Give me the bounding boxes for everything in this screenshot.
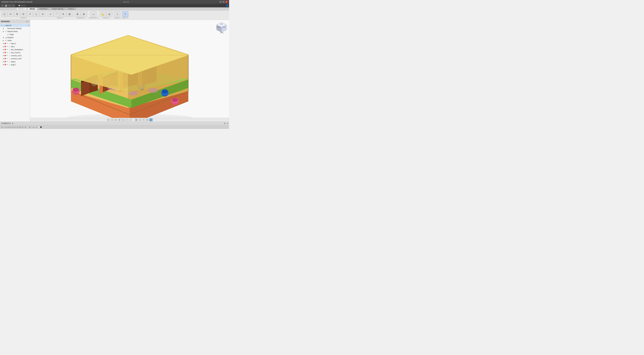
top1-color-dot <box>4 46 6 47</box>
plug1-eye-icon[interactable]: 👁 <box>6 61 8 63</box>
construct-button[interactable]: — <box>90 12 96 17</box>
settings-icon: ⚙ <box>28 25 29 26</box>
comments-expand-icon[interactable]: ⊕ <box>12 123 14 124</box>
browser-item-document-settings[interactable]: ▶ 📄 Document Settings <box>0 27 30 30</box>
grid-button[interactable]: ⊞ <box>146 119 149 121</box>
comments-settings-icon[interactable]: ⚙ <box>224 123 226 124</box>
browser-item-named-views[interactable]: ▶ 🗒 Named Views <box>0 30 30 33</box>
top1-eye-icon[interactable]: 👁 <box>6 46 8 48</box>
perspective-button[interactable]: ◫ <box>150 119 152 121</box>
browser-item-connect-rod2[interactable]: ▶ 👁 ⬡ connect_rod:2 <box>0 57 30 60</box>
browser-content: ▼ ⬡ case v8 ⚙ ▶ 📄 Document Settings ▶ 🗒 … <box>0 24 30 122</box>
browser-item-base1[interactable]: ▶ 👁 ⬡ base:1 <box>0 42 30 45</box>
tab-surface[interactable]: SURFACE <box>38 8 50 10</box>
interference-icon: ◎ <box>108 13 110 15</box>
tab-tools[interactable]: TOOLS <box>66 8 76 10</box>
browser-item-analysis[interactable]: ▶ 📊 Analysis <box>0 36 30 39</box>
minimize-button[interactable]: — <box>219 1 222 3</box>
tab-solid[interactable]: SOLID <box>28 8 37 10</box>
key-backplate1-expand[interactable]: ▶ <box>3 49 4 50</box>
comments-label: COMMENTS <box>1 123 11 124</box>
key-mount1-eye-icon[interactable]: 👁 <box>6 52 8 54</box>
revolve-button[interactable]: ⟳ <box>20 12 26 17</box>
select-button[interactable]: ↖ <box>122 12 128 17</box>
visual-style-button[interactable]: ◻ <box>138 119 142 121</box>
pan-button[interactable]: ✋ <box>110 119 114 121</box>
redo-button[interactable]: ↪ <box>12 4 15 7</box>
base1-eye-icon[interactable]: 👁 <box>6 43 8 45</box>
browser-item-plug1[interactable]: ▶ 👁 ⬡ plug:1 <box>0 60 30 63</box>
environment-button[interactable]: ☀ <box>142 119 145 121</box>
zoom-level-button[interactable]: 🔍 <box>122 119 124 121</box>
joints-expand[interactable]: ▶ <box>3 40 4 41</box>
insert-button[interactable]: ⤵ <box>114 12 120 17</box>
connect-rod1-eye-icon[interactable]: 👁 <box>6 55 8 57</box>
toolbar: ⬡ ✏ ⬆ ⟳ ↗ ◇ ▾ <box>0 11 229 20</box>
zoom-fit-button[interactable]: ⊡ <box>114 119 117 121</box>
construct-icon: — <box>92 13 94 15</box>
connect-rod2-expand[interactable]: ▶ <box>3 58 4 60</box>
orbit-button[interactable]: ⊙ <box>107 119 110 121</box>
root-icon: ⬡ <box>3 24 5 27</box>
base1-expand[interactable]: ▶ <box>3 43 4 44</box>
new-component-button[interactable]: ⬡ <box>1 12 8 17</box>
svg-line-58 <box>220 32 222 33</box>
connect-rod2-eye-icon[interactable]: 👁 <box>6 58 8 60</box>
key-backplate1-eye-icon[interactable]: 👁 <box>6 49 8 51</box>
browser-root-item[interactable]: ▼ ⬡ case v8 ⚙ <box>0 24 30 27</box>
plug2-eye-icon[interactable]: 👁 <box>6 64 8 66</box>
analysis-expand[interactable]: ▶ <box>3 37 4 38</box>
browser-item-joints[interactable]: ▶ ⚙ Joints <box>0 39 30 42</box>
browser-item-origin[interactable]: ▶ ⊕ Origin <box>0 33 30 36</box>
extrude-button[interactable]: ⬆ <box>14 12 20 17</box>
plug1-expand[interactable]: ▶ <box>3 61 4 63</box>
measure-button[interactable]: 📐 <box>100 12 106 17</box>
align-button[interactable]: ⊞ <box>66 12 72 17</box>
more-create-button[interactable]: ▾ <box>40 12 46 17</box>
browser-item-key-mount1[interactable]: ▶ 👁 ⬡ key_mount:1 <box>0 51 30 54</box>
browser-item-plug2[interactable]: ▶ 👁 ⬡ plug:2 <box>0 63 30 66</box>
save-button[interactable]: 💾 <box>4 4 8 7</box>
sketch-button[interactable]: ✏ <box>8 12 14 17</box>
zoom-window-button[interactable]: ⊞ <box>118 119 121 121</box>
revolve-icon: ⟳ <box>22 13 24 15</box>
rigid-group-button[interactable]: ⊗ <box>81 12 87 17</box>
menu-separator <box>16 4 16 7</box>
move-button[interactable]: ✛ <box>60 12 66 17</box>
key-mount1-expand[interactable]: ▶ <box>3 52 4 53</box>
top1-expand[interactable]: ▶ <box>3 46 4 47</box>
browser-item-key-backplate1[interactable]: ▶ 👁 ⬡ key_backplate:1 <box>0 48 30 51</box>
root-expand-btn[interactable]: ▼ <box>1 25 2 26</box>
close-button[interactable]: ✕ <box>226 1 228 3</box>
analysis-icon: 📊 <box>5 36 7 39</box>
view-cube[interactable]: RIGHT FRONT TOP <box>216 22 228 33</box>
3d-viewport[interactable]: RIGHT FRONT TOP ⊙ ✋ ⊡ ⊞ 🔍 + − ▦ ◻ ☀ ⊞ ◫ <box>30 20 229 122</box>
key-backplate1-label: key_backplate:1 <box>11 49 29 51</box>
zoom-out-button[interactable]: − <box>129 119 132 121</box>
doc-settings-expand[interactable]: ▶ <box>3 28 4 29</box>
insert-icon: ⤵ <box>117 13 118 15</box>
comments-close-icon[interactable]: ✕ <box>227 123 228 124</box>
menu-icon-button[interactable]: ≡ <box>1 4 4 7</box>
assemble-label: ASSEMBLE ▾ <box>76 17 85 19</box>
browser-item-connect-rod1[interactable]: ▶ 👁 ⬡ connect_rod:1 <box>0 54 30 57</box>
undo-button[interactable]: ↩ <box>8 4 12 7</box>
sweep-button[interactable]: ↗ <box>27 12 33 17</box>
tab-sheet-metal[interactable]: SHEET METAL <box>50 8 66 10</box>
zoom-in-button[interactable]: + <box>125 119 128 121</box>
interference-button[interactable]: ◎ <box>106 12 112 17</box>
main-content: BROWSER ⊕ ≡ ▼ ⬡ case v8 ⚙ ▶ 📄 Document S… <box>0 20 229 122</box>
display-mode-button[interactable]: ▦ <box>135 119 138 121</box>
design-mode-label[interactable]: DESIGN ▾ <box>17 8 26 10</box>
fillet-button[interactable]: ⌒ <box>54 12 60 17</box>
connect-rod1-expand[interactable]: ▶ <box>3 55 4 56</box>
joint-button[interactable]: ⊕ <box>74 12 80 17</box>
named-views-expand[interactable]: ▶ <box>3 31 4 32</box>
loft-button[interactable]: ◇ <box>33 12 39 17</box>
design-label-text: DESIGN ▾ <box>18 8 25 10</box>
restore-button[interactable]: □ <box>222 1 225 3</box>
plug2-expand[interactable]: ▶ <box>3 64 4 66</box>
browser-item-top1[interactable]: ▶ 👁 ⬡ top:1 <box>0 45 30 48</box>
root-label: case v8 <box>5 25 28 26</box>
press-pull-button[interactable]: ⤢ <box>48 12 54 17</box>
